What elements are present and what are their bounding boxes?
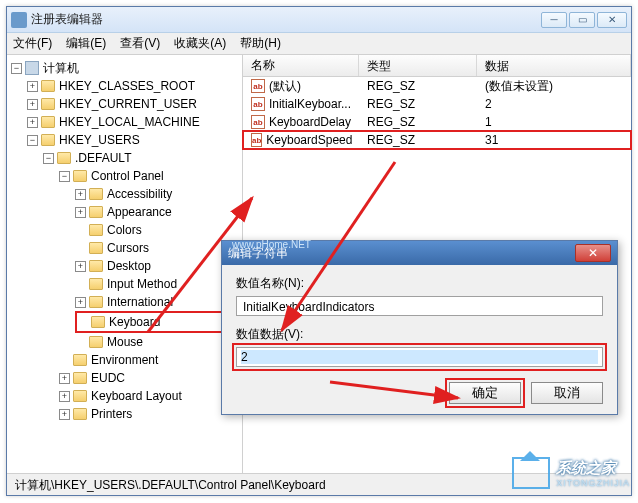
value-type: REG_SZ bbox=[359, 78, 477, 94]
toggle-icon[interactable]: + bbox=[75, 261, 86, 272]
value-data-input[interactable] bbox=[241, 350, 598, 364]
value-data: 2 bbox=[477, 96, 631, 112]
menu-help[interactable]: 帮助(H) bbox=[240, 35, 281, 52]
folder-icon bbox=[91, 316, 105, 328]
menu-view[interactable]: 查看(V) bbox=[120, 35, 160, 52]
folder-icon bbox=[73, 390, 87, 402]
folder-icon bbox=[73, 372, 87, 384]
list-row[interactable]: ab(默认) REG_SZ (数值未设置) bbox=[243, 77, 631, 95]
tree-desktop[interactable]: Desktop bbox=[107, 257, 151, 275]
folder-icon bbox=[89, 336, 103, 348]
folder-icon bbox=[57, 152, 71, 164]
col-type[interactable]: 类型 bbox=[359, 55, 477, 76]
tree-appearance[interactable]: Appearance bbox=[107, 203, 172, 221]
tree-hkcu[interactable]: HKEY_CURRENT_USER bbox=[59, 95, 197, 113]
edit-string-dialog: www.pHome.NET 编辑字符串 ✕ 数值名称(N): InitialKe… bbox=[221, 240, 618, 415]
toggle-icon[interactable]: − bbox=[59, 171, 70, 182]
toggle-icon[interactable]: − bbox=[27, 135, 38, 146]
toggle-icon[interactable]: + bbox=[75, 189, 86, 200]
regedit-icon bbox=[11, 12, 27, 28]
folder-icon bbox=[73, 408, 87, 420]
tree-keyboard-layout[interactable]: Keyboard Layout bbox=[91, 387, 182, 405]
cancel-button[interactable]: 取消 bbox=[531, 382, 603, 404]
value-type: REG_SZ bbox=[359, 132, 477, 148]
value-type: REG_SZ bbox=[359, 114, 477, 130]
string-icon: ab bbox=[251, 133, 262, 147]
menu-file[interactable]: 文件(F) bbox=[13, 35, 52, 52]
tree-hku[interactable]: HKEY_USERS bbox=[59, 131, 140, 149]
watermark-subtext: XITONGZHIJIA bbox=[556, 478, 630, 488]
toggle-icon[interactable]: + bbox=[27, 99, 38, 110]
maximize-button[interactable]: ▭ bbox=[569, 12, 595, 28]
dialog-titlebar: www.pHome.NET 编辑字符串 ✕ bbox=[222, 241, 617, 265]
toggle-icon[interactable]: − bbox=[43, 153, 54, 164]
string-icon: ab bbox=[251, 79, 265, 93]
list-row[interactable]: abKeyboardSpeed REG_SZ 31 bbox=[243, 131, 631, 149]
value-name-display: InitialKeyboardIndicators bbox=[236, 296, 603, 316]
watermark: 系统之家 XITONGZHIJIA bbox=[512, 457, 630, 489]
tree-accessibility[interactable]: Accessibility bbox=[107, 185, 172, 203]
folder-icon bbox=[89, 206, 103, 218]
menu-edit[interactable]: 编辑(E) bbox=[66, 35, 106, 52]
tree-pane[interactable]: −计算机 +HKEY_CLASSES_ROOT +HKEY_CURRENT_US… bbox=[7, 55, 243, 473]
window-title: 注册表编辑器 bbox=[31, 11, 541, 28]
tree-hkcr[interactable]: HKEY_CLASSES_ROOT bbox=[59, 77, 195, 95]
list-row[interactable]: abInitialKeyboar... REG_SZ 2 bbox=[243, 95, 631, 113]
value-name: KeyboardDelay bbox=[269, 115, 351, 129]
watermark-logo-icon bbox=[512, 457, 550, 489]
toggle-icon[interactable]: − bbox=[11, 63, 22, 74]
url-overlay: www.pHome.NET bbox=[232, 239, 311, 250]
toggle-spacer bbox=[75, 279, 86, 290]
close-button[interactable]: ✕ bbox=[597, 12, 627, 28]
list-header: 名称 类型 数据 bbox=[243, 55, 631, 77]
folder-icon bbox=[89, 278, 103, 290]
toggle-icon[interactable]: + bbox=[59, 409, 70, 420]
tree-environment[interactable]: Environment bbox=[91, 351, 158, 369]
value-data: (数值未设置) bbox=[477, 77, 631, 96]
menubar: 文件(F) 编辑(E) 查看(V) 收藏夹(A) 帮助(H) bbox=[7, 33, 631, 55]
tree-colors[interactable]: Colors bbox=[107, 221, 142, 239]
ok-button[interactable]: 确定 bbox=[449, 382, 521, 404]
value-type: REG_SZ bbox=[359, 96, 477, 112]
toggle-spacer bbox=[75, 225, 86, 236]
list-row[interactable]: abKeyboardDelay REG_SZ 1 bbox=[243, 113, 631, 131]
value-name: KeyboardSpeed bbox=[266, 133, 352, 147]
toggle-icon[interactable]: + bbox=[27, 117, 38, 128]
folder-icon bbox=[89, 296, 103, 308]
menu-favorites[interactable]: 收藏夹(A) bbox=[174, 35, 226, 52]
tree-eudc[interactable]: EUDC bbox=[91, 369, 125, 387]
toggle-spacer bbox=[77, 317, 88, 328]
toggle-icon[interactable]: + bbox=[59, 391, 70, 402]
value-name-label: 数值名称(N): bbox=[236, 275, 603, 292]
toggle-icon[interactable]: + bbox=[27, 81, 38, 92]
tree-mouse[interactable]: Mouse bbox=[107, 333, 143, 351]
folder-icon bbox=[89, 260, 103, 272]
folder-icon bbox=[89, 242, 103, 254]
tree-default[interactable]: .DEFAULT bbox=[75, 149, 131, 167]
tree-input-method[interactable]: Input Method bbox=[107, 275, 177, 293]
status-path: 计算机\HKEY_USERS\.DEFAULT\Control Panel\Ke… bbox=[15, 478, 326, 492]
computer-icon bbox=[25, 61, 39, 75]
toggle-icon[interactable]: + bbox=[59, 373, 70, 384]
toggle-spacer bbox=[75, 243, 86, 254]
toggle-icon[interactable]: + bbox=[75, 207, 86, 218]
folder-icon bbox=[41, 116, 55, 128]
toggle-icon[interactable]: + bbox=[75, 297, 86, 308]
dialog-close-button[interactable]: ✕ bbox=[575, 244, 611, 262]
tree-cursors[interactable]: Cursors bbox=[107, 239, 149, 257]
tree-printers[interactable]: Printers bbox=[91, 405, 132, 423]
minimize-button[interactable]: ─ bbox=[541, 12, 567, 28]
value-data: 31 bbox=[477, 132, 631, 148]
toggle-spacer bbox=[75, 337, 86, 348]
tree-control-panel[interactable]: Control Panel bbox=[91, 167, 164, 185]
folder-icon bbox=[89, 224, 103, 236]
toggle-spacer bbox=[59, 355, 70, 366]
folder-icon bbox=[73, 354, 87, 366]
tree-international[interactable]: International bbox=[107, 293, 173, 311]
tree-root[interactable]: 计算机 bbox=[43, 59, 79, 77]
col-name[interactable]: 名称 bbox=[243, 55, 359, 76]
tree-keyboard[interactable]: Keyboard bbox=[109, 313, 160, 331]
tree-hklm[interactable]: HKEY_LOCAL_MACHINE bbox=[59, 113, 200, 131]
col-data[interactable]: 数据 bbox=[477, 55, 631, 76]
folder-icon bbox=[41, 98, 55, 110]
